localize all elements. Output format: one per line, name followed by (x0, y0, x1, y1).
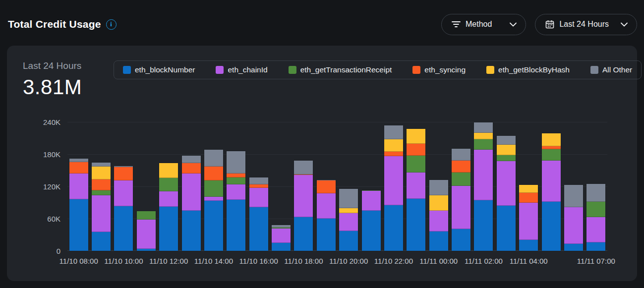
bar-segment-eth_chainId[interactable] (204, 197, 223, 201)
bar-segment-eth_blockNumber[interactable] (69, 199, 88, 251)
bar-segment-eth_blockNumber[interactable] (92, 232, 111, 251)
bar-segment-eth_syncing[interactable] (92, 179, 111, 190)
bar-segment-All Other[interactable] (249, 177, 268, 184)
bar-segment-eth_getBlockByHash[interactable] (384, 139, 403, 152)
bar-segment-eth_chainId[interactable] (452, 186, 470, 229)
bar-segment-All Other[interactable] (497, 136, 516, 144)
bar-segment-eth_getTransactionReceipt[interactable] (137, 211, 156, 220)
bar-segment-eth_chainId[interactable] (362, 191, 381, 211)
stacked-bar[interactable] (362, 190, 381, 251)
stacked-bar[interactable] (69, 159, 88, 251)
bar-segment-eth_chainId[interactable] (384, 156, 403, 205)
bar-segment-eth_getTransactionReceipt[interactable] (204, 180, 223, 197)
bar-segment-All Other[interactable] (586, 184, 605, 202)
stacked-bar[interactable] (339, 189, 358, 251)
stacked-bar[interactable] (474, 122, 493, 251)
bar-segment-eth_getBlockByHash[interactable] (159, 163, 178, 177)
stacked-bar[interactable] (317, 180, 336, 251)
bar-segment-eth_getBlockByHash[interactable] (407, 129, 425, 144)
stacked-bar[interactable] (429, 180, 448, 251)
stacked-bar[interactable] (182, 156, 201, 251)
bar-segment-eth_blockNumber[interactable] (227, 200, 245, 251)
bar-segment-eth_blockNumber[interactable] (272, 243, 291, 251)
bar-segment-eth_blockNumber[interactable] (339, 231, 358, 251)
stacked-bar[interactable] (519, 185, 538, 251)
method-filter-button[interactable]: Method (441, 14, 526, 35)
bar-segment-eth_getTransactionReceipt[interactable] (227, 177, 245, 184)
bar-segment-eth_blockNumber[interactable] (249, 207, 268, 251)
bar-segment-eth_getTransactionReceipt[interactable] (92, 190, 111, 196)
bar-segment-eth_blockNumber[interactable] (294, 217, 313, 251)
bar-segment-eth_chainId[interactable] (497, 161, 516, 206)
bar-segment-eth_getTransactionReceipt[interactable] (586, 202, 605, 217)
bar-segment-eth_syncing[interactable] (69, 162, 88, 173)
bar-segment-eth_blockNumber[interactable] (317, 219, 336, 251)
stacked-bar[interactable] (249, 177, 268, 251)
bar-segment-eth_chainId[interactable] (92, 195, 111, 232)
bar-segment-eth_syncing[interactable] (407, 144, 425, 156)
bar-segment-eth_blockNumber[interactable] (519, 240, 538, 251)
bar-segment-All Other[interactable] (564, 185, 583, 208)
bar-segment-eth_syncing[interactable] (227, 173, 245, 177)
stacked-bar[interactable] (227, 151, 245, 251)
bar-segment-eth_chainId[interactable] (474, 150, 493, 200)
bar-segment-eth_getBlockByHash[interactable] (519, 185, 538, 193)
stacked-bar[interactable] (407, 129, 425, 251)
bar-segment-eth_blockNumber[interactable] (407, 199, 425, 251)
bar-segment-All Other[interactable] (474, 122, 493, 133)
bar-segment-eth_blockNumber[interactable] (586, 242, 605, 251)
bar-segment-eth_getTransactionReceipt[interactable] (542, 149, 561, 161)
bar-segment-All Other[interactable] (69, 159, 88, 163)
bar-segment-eth_blockNumber[interactable] (497, 206, 516, 251)
bar-segment-eth_getTransactionReceipt[interactable] (407, 156, 425, 173)
bar-segment-eth_blockNumber[interactable] (452, 229, 470, 251)
bar-segment-eth_chainId[interactable] (249, 188, 268, 207)
bar-segment-eth_chainId[interactable] (137, 220, 156, 249)
stacked-bar[interactable] (92, 163, 111, 251)
stacked-bar[interactable] (114, 166, 133, 251)
bar-segment-All Other[interactable] (452, 149, 470, 161)
time-range-button[interactable]: Last 24 Hours (535, 14, 637, 35)
bar-segment-eth_chainId[interactable] (317, 193, 336, 219)
stacked-bar[interactable] (586, 184, 605, 251)
bar-segment-eth_blockNumber[interactable] (114, 206, 133, 251)
bar-segment-eth_blockNumber[interactable] (474, 200, 493, 251)
bar-segment-All Other[interactable] (92, 163, 111, 167)
stacked-bar[interactable] (137, 211, 156, 251)
bar-segment-eth_chainId[interactable] (519, 203, 538, 240)
bar-segment-eth_syncing[interactable] (204, 167, 223, 180)
bar-segment-eth_chainId[interactable] (429, 211, 448, 231)
stacked-bar[interactable] (384, 125, 403, 251)
stacked-bar[interactable] (497, 136, 516, 251)
bar-segment-eth_getTransactionReceipt[interactable] (497, 155, 516, 161)
stacked-bar[interactable] (294, 161, 313, 251)
bar-segment-eth_chainId[interactable] (159, 191, 178, 207)
bar-segment-All Other[interactable] (227, 151, 245, 174)
bar-segment-eth_blockNumber[interactable] (204, 201, 223, 251)
bar-segment-eth_chainId[interactable] (564, 207, 583, 244)
bar-segment-eth_chainId[interactable] (294, 175, 313, 217)
bar-segment-eth_syncing[interactable] (452, 161, 470, 173)
info-icon[interactable]: i (106, 19, 117, 30)
bar-segment-eth_blockNumber[interactable] (159, 207, 178, 251)
bar-segment-eth_blockNumber[interactable] (137, 249, 156, 251)
bar-segment-All Other[interactable] (204, 150, 223, 167)
bar-segment-eth_getBlockByHash[interactable] (497, 145, 516, 156)
bar-segment-eth_blockNumber[interactable] (564, 244, 583, 251)
bar-segment-eth_syncing[interactable] (114, 167, 133, 180)
bar-segment-eth_getBlockByHash[interactable] (339, 208, 358, 213)
bar-segment-eth_blockNumber[interactable] (362, 211, 381, 251)
bar-segment-eth_blockNumber[interactable] (429, 231, 448, 251)
stacked-bar[interactable] (452, 149, 470, 251)
stacked-bar[interactable] (204, 150, 223, 251)
bar-segment-eth_chainId[interactable] (586, 217, 605, 242)
bar-segment-All Other[interactable] (429, 180, 448, 195)
bar-segment-eth_getBlockByHash[interactable] (429, 195, 448, 210)
bar-segment-eth_getTransactionReceipt[interactable] (474, 139, 493, 150)
bar-segment-eth_chainId[interactable] (227, 184, 245, 200)
bar-segment-eth_syncing[interactable] (249, 184, 268, 188)
bar-segment-eth_syncing[interactable] (384, 152, 403, 157)
bar-segment-eth_chainId[interactable] (69, 173, 88, 199)
bar-segment-eth_chainId[interactable] (272, 229, 291, 243)
bar-segment-eth_getBlockByHash[interactable] (542, 133, 561, 146)
